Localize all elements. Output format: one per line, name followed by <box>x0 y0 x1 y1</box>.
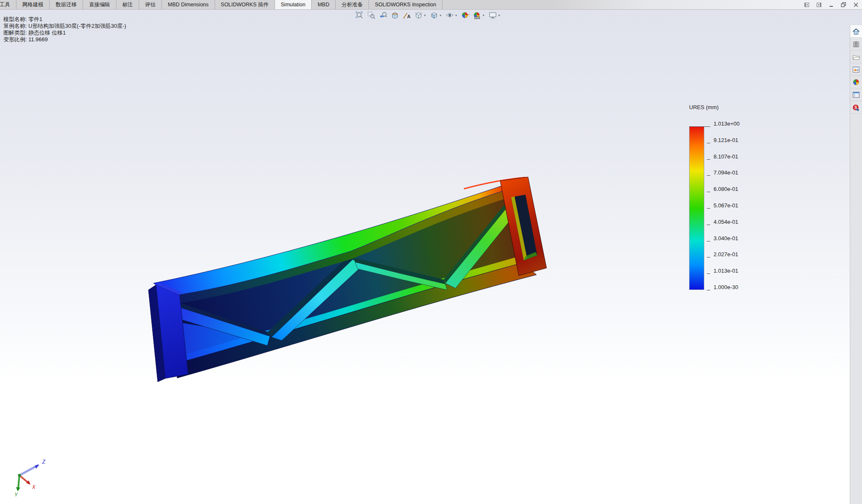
legend-value: 7.094e-01 <box>714 169 738 176</box>
pane-right-button[interactable] <box>816 2 822 8</box>
previous-view-button[interactable] <box>378 11 388 20</box>
tab-evaluate[interactable]: 评估 <box>139 0 162 9</box>
legend-tick <box>707 225 710 225</box>
tab-direct-editing[interactable]: 直接编辑 <box>83 0 116 9</box>
pane-left-button[interactable] <box>804 2 810 8</box>
triad-y-label: Y <box>14 492 18 498</box>
hide-show-items-dropdown[interactable]: ▾ <box>455 13 459 17</box>
legend-value: 8.107e-01 <box>714 153 738 160</box>
view-orientation-dropdown[interactable]: ▾ <box>424 13 428 17</box>
orientation-triad: Z X Y <box>6 455 61 501</box>
design-library-button[interactable] <box>850 38 862 51</box>
tab-mesh-modeling[interactable]: 网格建模 <box>16 0 50 9</box>
apply-scene-button[interactable] <box>472 11 482 20</box>
command-manager-tab-bar: 工具网格建模数据迁移直接编辑标注评估MBD DimensionsSOLIDWOR… <box>0 0 862 10</box>
apply-scene-dropdown[interactable]: ▾ <box>483 13 486 17</box>
task-pane: S <box>850 25 862 504</box>
legend-value: 9.121e-01 <box>714 137 738 143</box>
file-explorer-button[interactable] <box>850 51 862 63</box>
zoom-to-area-button[interactable] <box>366 11 377 20</box>
tab-tools[interactable]: 工具 <box>0 0 16 9</box>
restore-button[interactable] <box>840 2 846 8</box>
triad-x-label: X <box>32 484 36 490</box>
legend-value: 1.013e-01 <box>714 268 738 274</box>
legend-tick <box>689 126 710 127</box>
section-view-button[interactable] <box>390 11 400 20</box>
plot-info-line-3: 图解类型: 静态位移 位移1 <box>3 29 126 36</box>
color-legend: URES (mm) 1.013e+009.121e-018.107e-017.0… <box>689 104 765 126</box>
legend-colorbar <box>689 126 704 290</box>
tab-mbd-dimensions[interactable]: MBD Dimensions <box>162 0 215 9</box>
legend-tick <box>707 273 710 274</box>
tab-solidworks-inspection[interactable]: SOLIDWORKS Inspection <box>369 0 442 9</box>
edit-appearance-button[interactable] <box>461 11 471 20</box>
legend-tick <box>707 175 710 176</box>
tab-mbd[interactable]: MBD <box>312 0 336 9</box>
custom-properties-button[interactable] <box>850 88 862 101</box>
legend-title: URES (mm) <box>689 104 765 110</box>
hide-show-items-button[interactable] <box>445 11 455 20</box>
minimize-button[interactable] <box>828 2 834 8</box>
legend-tick <box>707 290 710 290</box>
display-style-button[interactable] <box>429 11 439 20</box>
tab-annotations[interactable]: 标注 <box>116 0 139 9</box>
plot-info-line-4: 变形比例: 11.9669 <box>3 36 126 43</box>
legend-value: 3.040e-01 <box>714 235 738 241</box>
appearances-scenes-button[interactable] <box>850 76 862 88</box>
plot-info-line-1: 模型名称: 零件1 <box>3 16 126 23</box>
legend-value: 6.080e-01 <box>714 186 738 192</box>
dynamic-annotation-views-button[interactable]: A <box>402 11 412 20</box>
legend-tick <box>707 208 710 209</box>
legend-value: 5.067e-01 <box>714 202 738 209</box>
view-settings-button[interactable] <box>488 11 498 20</box>
legend-value: 1.000e-30 <box>714 284 738 290</box>
window-controls <box>804 0 859 10</box>
plot-info-text: 模型名称: 零件1算例名称: U形结构加强筋30度(-零件2加强筋30度-)图解… <box>3 16 126 43</box>
solidworks-forum-button[interactable]: S <box>850 101 862 114</box>
legend-tick <box>707 241 710 241</box>
legend-value: 1.013e+00 <box>714 121 740 127</box>
legend-tick <box>707 257 710 257</box>
home-button[interactable] <box>850 25 862 38</box>
plot-info-line-2: 算例名称: U形结构加强筋30度(-零件2加强筋30度-) <box>3 23 126 29</box>
legend-value: 4.054e-01 <box>714 219 738 225</box>
close-button[interactable] <box>853 2 859 8</box>
tab-analysis-preparation[interactable]: 分析准备 <box>336 0 369 9</box>
display-style-dropdown[interactable]: ▾ <box>440 13 443 17</box>
legend-tick <box>707 192 710 192</box>
svg-text:A: A <box>407 14 411 19</box>
heads-up-view-toolbar: A▾▾▾▾▾ <box>355 11 502 20</box>
zoom-to-fit-button[interactable] <box>355 11 365 20</box>
legend-value: 2.027e-01 <box>714 251 738 257</box>
view-palette-button[interactable] <box>850 63 862 76</box>
view-orientation-button[interactable] <box>414 11 424 20</box>
tab-simulation[interactable]: Simulation <box>275 0 312 9</box>
tab-solidworks-addins[interactable]: SOLIDWORKS 插件 <box>215 0 275 9</box>
legend-tick <box>707 143 710 143</box>
tab-data-migration[interactable]: 数据迁移 <box>50 0 83 9</box>
triad-z-label: Z <box>42 459 46 465</box>
view-settings-dropdown[interactable]: ▾ <box>498 13 502 17</box>
legend-tick <box>707 159 710 160</box>
